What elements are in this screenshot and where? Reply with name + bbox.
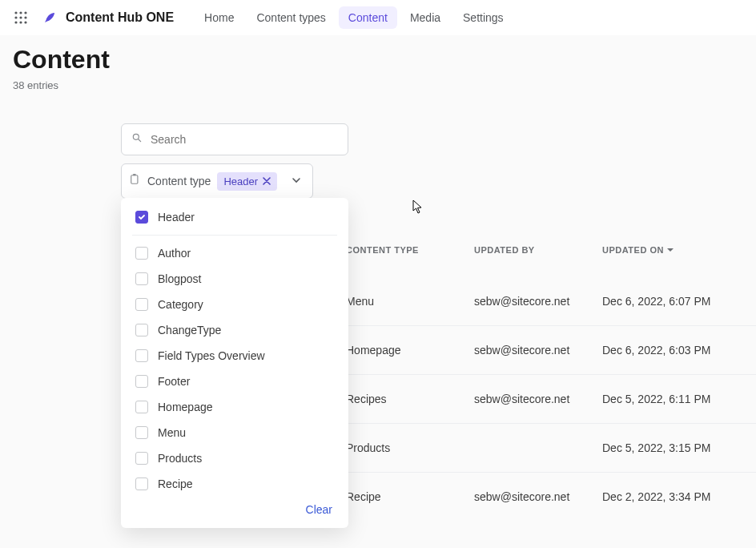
dropdown-item-label: Recipe — [158, 477, 193, 490]
controls: Content type Header — [121, 123, 348, 199]
dropdown-item-author[interactable]: Author — [121, 240, 348, 266]
nav-home[interactable]: Home — [195, 6, 243, 29]
dropdown-item-label: Author — [158, 247, 191, 260]
dropdown-item-blogpost[interactable]: Blogpost — [121, 266, 348, 292]
nav-settings[interactable]: Settings — [453, 6, 513, 29]
dropdown-item-changetype[interactable]: ChangeType — [121, 317, 348, 343]
col-updated-by[interactable]: UPDATED BY — [474, 245, 602, 255]
filter-chip-header[interactable]: Header — [217, 172, 277, 191]
search-box[interactable] — [121, 123, 348, 155]
cell-updated-on: Dec 5, 2022, 3:15 PM — [602, 441, 746, 454]
svg-rect-11 — [131, 175, 138, 184]
col-content-type[interactable]: CONTENT TYPE — [346, 245, 474, 255]
cell-updated-on: Dec 6, 2022, 6:07 PM — [602, 295, 746, 308]
filter-label: Content type — [147, 175, 211, 187]
checkbox-icon[interactable] — [135, 375, 148, 388]
dropdown-item-label: Footer — [158, 375, 190, 388]
dropdown-item-menu[interactable]: Menu — [121, 420, 348, 445]
search-icon — [131, 132, 143, 147]
checkbox-icon[interactable] — [135, 324, 148, 336]
dropdown-item-category[interactable]: Category — [121, 292, 348, 317]
cell-content-type: Recipe — [346, 490, 474, 503]
cell-updated-by: sebw@sitecore.net — [474, 490, 602, 503]
table-row[interactable]: Recipes sebw@sitecore.net Dec 5, 2022, 6… — [346, 374, 756, 423]
close-icon[interactable] — [263, 177, 271, 185]
checkbox-icon[interactable] — [135, 272, 148, 285]
dropdown-item-label: Menu — [158, 426, 186, 439]
nav-content-types[interactable]: Content types — [247, 6, 335, 29]
svg-point-0 — [14, 11, 17, 14]
cell-content-type: Menu — [346, 295, 474, 308]
nav-media[interactable]: Media — [400, 6, 450, 29]
svg-point-9 — [133, 134, 139, 139]
cell-updated-by: sebw@sitecore.net — [474, 393, 602, 405]
dropdown-item-label: Homepage — [158, 401, 213, 413]
table-row[interactable]: Menu sebw@sitecore.net Dec 6, 2022, 6:07… — [346, 263, 756, 325]
svg-point-8 — [24, 21, 26, 23]
app-logo-icon — [42, 10, 58, 26]
cell-updated-by — [474, 441, 602, 454]
content-type-dropdown: Header Author Blogpost Category ChangeTy… — [121, 198, 348, 528]
app-title: Content Hub ONE — [66, 10, 174, 25]
cell-content-type: Products — [346, 441, 474, 454]
clear-button[interactable]: Clear — [306, 503, 332, 516]
checkbox-icon[interactable] — [135, 401, 148, 413]
search-input[interactable] — [151, 133, 338, 146]
dropdown-item-label: Category — [158, 298, 203, 311]
table-row[interactable]: Homepage sebw@sitecore.net Dec 6, 2022, … — [346, 325, 756, 374]
col-updated-on-label: UPDATED ON — [602, 245, 664, 255]
dropdown-item-label: Blogpost — [158, 272, 201, 285]
svg-point-2 — [24, 11, 26, 14]
dropdown-item-field-types[interactable]: Field Types Overview — [121, 343, 348, 369]
page-title: Content — [13, 45, 743, 75]
svg-point-6 — [14, 21, 17, 23]
sort-desc-icon — [667, 247, 674, 253]
svg-point-1 — [19, 11, 22, 14]
checkbox-checked-icon[interactable] — [135, 211, 148, 224]
dropdown-item-header[interactable]: Header — [121, 204, 348, 230]
dropdown-item-label: Header — [158, 211, 195, 224]
checkbox-icon[interactable] — [135, 298, 148, 311]
svg-point-4 — [19, 16, 22, 18]
content-type-icon — [130, 174, 141, 188]
topbar: Content Hub ONE Home Content types Conte… — [0, 0, 756, 35]
filter-content-type[interactable]: Content type Header — [121, 163, 313, 199]
page-subtitle: 38 entries — [13, 79, 743, 91]
content-table: CONTENT TYPE UPDATED BY UPDATED ON Menu … — [346, 237, 756, 521]
cell-content-type: Homepage — [346, 344, 474, 357]
dropdown-item-recipe[interactable]: Recipe — [121, 471, 348, 494]
col-updated-on[interactable]: UPDATED ON — [602, 245, 746, 255]
cell-updated-by: sebw@sitecore.net — [474, 295, 602, 308]
table-header-row: CONTENT TYPE UPDATED BY UPDATED ON — [346, 237, 756, 263]
dropdown-item-label: Field Types Overview — [158, 349, 265, 362]
dropdown-item-footer[interactable]: Footer — [121, 369, 348, 394]
dropdown-item-label: Products — [158, 452, 202, 465]
table-row[interactable]: Recipe sebw@sitecore.net Dec 2, 2022, 3:… — [346, 472, 756, 521]
main-nav: Home Content types Content Media Setting… — [195, 6, 513, 29]
apps-launcher-icon[interactable] — [11, 8, 30, 27]
checkbox-icon[interactable] — [135, 426, 148, 439]
svg-rect-12 — [133, 174, 136, 175]
cell-updated-on: Dec 2, 2022, 3:34 PM — [602, 490, 746, 503]
cell-content-type: Recipes — [346, 393, 474, 405]
dropdown-footer: Clear — [121, 494, 348, 528]
nav-content[interactable]: Content — [339, 6, 397, 29]
svg-point-5 — [24, 16, 26, 18]
table-row[interactable]: Products Dec 5, 2022, 3:15 PM — [346, 423, 756, 472]
cell-updated-by: sebw@sitecore.net — [474, 344, 602, 357]
cell-updated-on: Dec 5, 2022, 6:11 PM — [602, 393, 746, 405]
checkbox-icon[interactable] — [135, 349, 148, 362]
checkbox-icon[interactable] — [135, 247, 148, 260]
dropdown-item-homepage[interactable]: Homepage — [121, 394, 348, 420]
cell-updated-on: Dec 6, 2022, 6:03 PM — [602, 344, 746, 357]
dropdown-scroll[interactable]: Header Author Blogpost Category ChangeTy… — [121, 198, 348, 494]
divider — [132, 235, 337, 236]
svg-point-3 — [14, 16, 17, 18]
svg-point-7 — [19, 21, 22, 23]
dropdown-item-label: ChangeType — [158, 324, 221, 336]
dropdown-item-products[interactable]: Products — [121, 445, 348, 471]
chevron-down-icon[interactable] — [288, 171, 304, 191]
checkbox-icon[interactable] — [135, 452, 148, 465]
checkbox-icon[interactable] — [135, 477, 148, 490]
svg-line-10 — [139, 139, 141, 142]
